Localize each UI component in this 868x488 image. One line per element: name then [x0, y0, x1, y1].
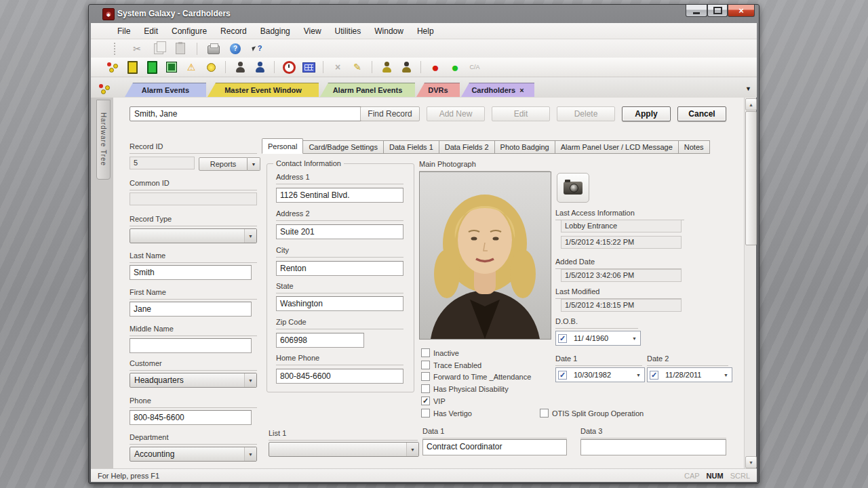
maximize-button[interactable] [707, 5, 728, 17]
badge-holder-icon[interactable] [253, 60, 267, 74]
panel-status-icon[interactable] [165, 60, 178, 74]
close-button[interactable]: × [728, 5, 755, 17]
door-yellow-icon[interactable] [125, 60, 139, 74]
menu-utilities[interactable]: Utilities [329, 24, 368, 38]
menu-window[interactable]: Window [368, 24, 410, 38]
menu-edit[interactable]: Edit [138, 24, 164, 38]
person-search-icon[interactable] [399, 60, 413, 74]
vertical-scrollbar[interactable]: ▲ ▼ [744, 98, 756, 468]
tab-alarm-panel-events[interactable]: Alarm Panel Events [320, 83, 415, 97]
calendar-icon[interactable] [302, 60, 315, 74]
zip-code-field[interactable]: 606998 [276, 333, 364, 348]
output-bulb-icon[interactable] [204, 60, 218, 74]
menu-file[interactable]: File [111, 24, 136, 38]
start-record-icon[interactable]: ● [448, 60, 462, 74]
menu-badging[interactable]: Badging [254, 24, 296, 38]
window-title: System Galaxy - Cardholders [117, 9, 231, 18]
disconnect-icon[interactable]: × [331, 60, 344, 74]
add-new-button[interactable]: Add New [427, 106, 485, 121]
print-icon[interactable] [207, 42, 220, 56]
date1-checkbox[interactable]: ✓ [558, 371, 567, 380]
stop-record-icon[interactable]: ● [429, 60, 442, 74]
home-phone-field[interactable]: 800-845-6600 [276, 369, 403, 384]
toolbar-grip[interactable] [114, 43, 118, 55]
ca-toggle-icon[interactable]: C/A [468, 60, 481, 74]
data1-field[interactable]: Contract Coordinator [422, 439, 567, 455]
date2-label: Date 2 [647, 354, 728, 366]
city-field[interactable]: Renton [276, 261, 403, 276]
title-bar[interactable]: ◆ System Galaxy - Cardholders × [89, 5, 759, 23]
date2-picker[interactable]: ✓ 11/28/2011 ▼ [647, 367, 732, 382]
door-green-icon[interactable] [145, 60, 159, 74]
dob-date-picker[interactable]: ✓ 11/ 4/1960 ▼ [555, 331, 641, 346]
menu-configure[interactable]: Configure [165, 24, 213, 38]
hardware-tree-tab[interactable]: Hardware Tree [96, 100, 111, 180]
tab-notes[interactable]: Notes [679, 140, 710, 154]
menu-record[interactable]: Record [214, 24, 253, 38]
dob-checkbox[interactable]: ✓ [558, 334, 567, 343]
address1-field[interactable]: 1126 Sentinal Blvd. [276, 188, 403, 203]
apply-button[interactable]: Apply [622, 106, 671, 121]
phone-field[interactable]: 800-845-6600 [130, 410, 252, 425]
otis-split-group-checkbox[interactable]: OTIS Split Group Operation [540, 409, 644, 418]
trace-enabled-checkbox[interactable]: Trace Enabled [421, 361, 481, 369]
tab-data-fields-2[interactable]: Data Fields 2 [439, 140, 495, 154]
scroll-up-icon[interactable]: ▲ [745, 98, 757, 110]
middle-name-field[interactable] [130, 338, 252, 353]
inactive-checkbox[interactable]: Inactive [421, 348, 459, 357]
tab-master-event-window[interactable]: Master Event Window [208, 83, 319, 97]
cardholder-icon[interactable] [233, 60, 247, 74]
last-name-field[interactable]: Smith [130, 265, 252, 280]
delete-button[interactable]: Delete [557, 106, 615, 121]
vertigo-checkbox[interactable]: Has Vertigo [421, 409, 472, 418]
paste-icon[interactable] [174, 42, 187, 56]
help-icon[interactable]: ? [229, 42, 242, 56]
edit-pencil-icon[interactable]: ✎ [351, 60, 364, 74]
cut-icon[interactable]: ✂ [130, 42, 144, 56]
alarm-warning-icon[interactable]: ⚠ [184, 60, 198, 74]
tab-dvrs[interactable]: DVRs [416, 83, 460, 97]
tab-alarm-panel-user-lcd[interactable]: Alarm Panel User / LCD Message [555, 140, 679, 154]
date2-checkbox[interactable]: ✓ [650, 371, 658, 380]
forward-time-attendance-checkbox[interactable]: Forward to Time _Attendance [421, 372, 531, 381]
minimize-button[interactable] [686, 5, 707, 17]
capture-photo-button[interactable] [557, 173, 589, 203]
state-field[interactable]: Washington [276, 296, 403, 311]
address1-label: Address 1 [276, 173, 403, 184]
tab-cardholders[interactable]: Cardholders× [461, 83, 534, 97]
tab-data-fields-1[interactable]: Data Fields 1 [384, 140, 439, 154]
tab-personal[interactable]: Personal [262, 138, 303, 154]
menu-help[interactable]: Help [411, 24, 440, 38]
tab-photo-badging[interactable]: Photo Badging [495, 140, 555, 154]
scroll-down-icon[interactable]: ▼ [745, 456, 757, 468]
time-schedule-icon[interactable] [282, 60, 296, 74]
scrollbar-thumb[interactable] [745, 111, 757, 245]
record-type-select[interactable]: ▼ [130, 228, 257, 243]
person-alert-icon[interactable] [380, 60, 393, 74]
vip-checkbox[interactable]: ✓VIP [421, 396, 446, 405]
menu-view[interactable]: View [298, 24, 328, 38]
cancel-button[interactable]: Cancel [677, 106, 726, 121]
tab-close-icon[interactable]: × [519, 86, 524, 94]
physical-disability-checkbox[interactable]: Has Physical Disability [421, 384, 509, 393]
phone-label: Phone [130, 396, 257, 408]
context-help-icon[interactable]: ? [250, 42, 264, 56]
checkbox [421, 384, 430, 393]
first-name-field[interactable]: Jane [130, 302, 252, 317]
customer-select[interactable]: Headquarters ▼ [130, 373, 257, 388]
reports-button[interactable]: Reports [199, 157, 248, 171]
date1-picker[interactable]: ✓ 10/30/1982 ▼ [555, 367, 645, 382]
data3-field[interactable] [580, 439, 726, 455]
num-lock-indicator: NUM [707, 472, 724, 480]
tab-card-badge-settings[interactable]: Card/Badge Settings [303, 140, 384, 154]
hardware-tree-icon[interactable] [106, 60, 119, 74]
department-select[interactable]: Accounting ▼ [130, 447, 257, 462]
reports-dropdown-icon[interactable]: ▼ [248, 157, 260, 171]
tab-list-dropdown-icon[interactable]: ▼ [745, 85, 751, 92]
tab-alarm-events[interactable]: Alarm Events [125, 83, 206, 97]
find-record-button[interactable]: Find Record [360, 106, 420, 121]
address2-field[interactable]: Suite 201 [276, 224, 403, 239]
copy-icon[interactable] [152, 42, 165, 56]
edit-button[interactable]: Edit [492, 106, 550, 121]
list1-select[interactable]: ▼ [269, 442, 419, 457]
